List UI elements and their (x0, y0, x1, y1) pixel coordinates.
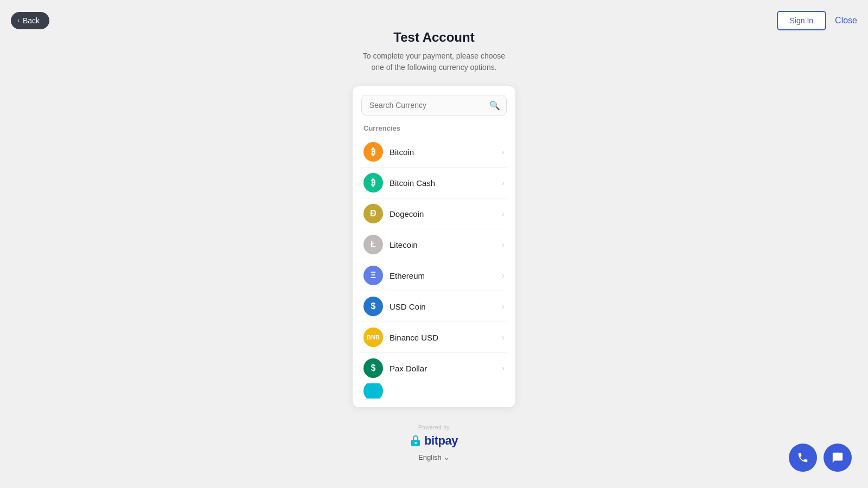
main-content: Test Account To complete your payment, p… (0, 0, 868, 461)
sign-in-button[interactable]: Sign In (777, 11, 827, 30)
back-label: Back (23, 16, 40, 25)
chat-icon (832, 452, 844, 464)
chevron-right-icon: › (502, 178, 505, 187)
pax-icon: $ (363, 358, 383, 378)
doge-name: Dogecoin (390, 209, 502, 219)
language-selector[interactable]: English ⌄ (418, 453, 450, 461)
chevron-left-icon: ‹ (17, 17, 20, 24)
currency-item-eth[interactable]: Ξ Ethereum › (361, 260, 507, 291)
currency-item-partial (361, 383, 507, 399)
eth-icon: Ξ (363, 266, 383, 285)
page-title: Test Account (393, 30, 474, 45)
usdc-icon: $ (363, 297, 383, 316)
btc-icon: ₿ (363, 142, 383, 162)
page-subtitle: To complete your payment, please choose … (363, 50, 505, 73)
chevron-right-icon: › (502, 271, 505, 280)
chevron-right-icon: › (502, 147, 505, 156)
usdc-name: USD Coin (390, 302, 502, 311)
bottom-right-buttons (789, 444, 852, 472)
currencies-section-label: Currencies (361, 124, 507, 132)
chevron-right-icon: › (502, 333, 505, 342)
search-input[interactable] (361, 95, 507, 115)
currency-item-doge[interactable]: Ð Dogecoin › (361, 198, 507, 229)
phone-icon (797, 452, 809, 464)
currency-card: 🔍 Currencies ₿ Bitcoin › ₿ Bitcoin Cash … (353, 86, 515, 407)
currency-item-usdc[interactable]: $ USD Coin › (361, 291, 507, 322)
footer: Powered by bitpay English ⌄ (410, 425, 458, 461)
bch-name: Bitcoin Cash (390, 178, 502, 188)
chevron-right-icon: › (502, 364, 505, 373)
currency-item-btc[interactable]: ₿ Bitcoin › (361, 137, 507, 168)
currency-list: ₿ Bitcoin › ₿ Bitcoin Cash › Ð Dogecoin … (361, 137, 507, 383)
chat-button[interactable] (824, 444, 852, 472)
busd-icon: BNB (363, 328, 383, 347)
language-label: English (418, 453, 442, 461)
currency-item-pax[interactable]: $ Pax Dollar › (361, 353, 507, 383)
btc-name: Bitcoin (390, 147, 502, 157)
currency-item-ltc[interactable]: Ł Litecoin › (361, 229, 507, 260)
busd-name: Binance USD (390, 333, 502, 342)
chevron-down-icon: ⌄ (444, 453, 450, 461)
currency-item-busd[interactable]: BNB Binance USD › (361, 322, 507, 353)
bitpay-brand-text: bitpay (424, 434, 458, 448)
partial-coin-icon (363, 383, 383, 399)
header-right: Sign In Close (777, 11, 858, 30)
header-nav: ‹ Back Sign In Close (11, 11, 857, 30)
search-wrapper: 🔍 (361, 95, 507, 115)
phone-button[interactable] (789, 444, 817, 472)
back-button[interactable]: ‹ Back (11, 12, 49, 29)
chevron-right-icon: › (502, 209, 505, 218)
chevron-right-icon: › (502, 302, 505, 311)
pax-name: Pax Dollar (390, 364, 502, 373)
chevron-right-icon: › (502, 240, 505, 249)
ltc-name: Litecoin (390, 240, 502, 249)
svg-point-1 (414, 442, 417, 444)
lock-icon (410, 434, 421, 446)
bch-icon: ₿ (363, 173, 383, 192)
powered-by-label: Powered by (418, 425, 450, 431)
ltc-icon: Ł (363, 235, 383, 254)
close-button[interactable]: Close (835, 16, 857, 25)
currency-item-bch[interactable]: ₿ Bitcoin Cash › (361, 168, 507, 198)
eth-name: Ethereum (390, 271, 502, 280)
bitpay-logo: bitpay (410, 434, 458, 448)
doge-icon: Ð (363, 204, 383, 223)
